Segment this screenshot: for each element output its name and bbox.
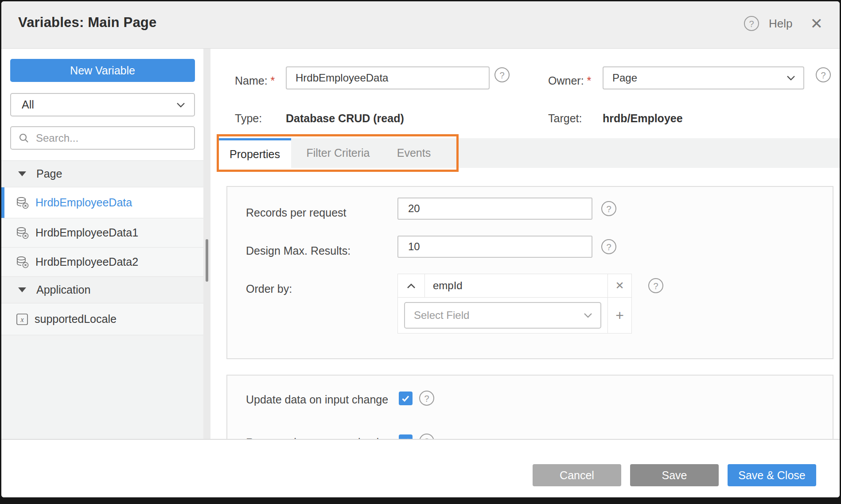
select-field-wrap: Select Field — [398, 298, 607, 333]
records-per-request-help-icon[interactable] — [601, 201, 616, 216]
design-max-results-input[interactable] — [397, 236, 592, 258]
owner-help-icon[interactable] — [816, 67, 831, 82]
tab-properties[interactable]: Properties — [218, 138, 291, 168]
tree-item-hrdbemployeedata[interactable]: HrdbEmployeeData — [1, 187, 203, 218]
sidebar-empty-area — [1, 335, 203, 440]
design-max-results-label: Design Max. Results: — [246, 244, 350, 257]
new-variable-button[interactable]: New Variable — [10, 59, 195, 82]
select-field-placeholder: Select Field — [414, 309, 584, 322]
cancel-button[interactable]: Cancel — [533, 464, 621, 486]
order-by-row: empId — [398, 274, 631, 298]
save-button[interactable]: Save — [630, 464, 719, 486]
order-by-label: Order by: — [246, 283, 292, 295]
save-and-close-button[interactable]: Save & Close — [728, 464, 816, 486]
tree-item-label: HrdbEmployeeData2 — [35, 256, 138, 268]
dialog-title: Variables: Main Page — [18, 15, 156, 31]
tree-item-supportedlocale[interactable]: x supportedLocale — [1, 303, 203, 335]
header-actions: Help ✕ — [744, 16, 823, 31]
tree-item-label: HrdbEmployeeData — [35, 196, 132, 209]
type-label: Type: — [235, 112, 262, 125]
tree-item-hrdbemployeedata2[interactable]: HrdbEmployeeData2 — [1, 247, 203, 276]
svg-text:x: x — [20, 315, 23, 323]
records-per-request-input[interactable] — [397, 198, 592, 220]
check-icon — [401, 395, 410, 402]
owner-select[interactable]: Page — [603, 66, 804, 89]
tab-events[interactable]: Events — [385, 138, 443, 168]
help-question-icon[interactable] — [744, 16, 759, 31]
search-icon — [18, 132, 30, 144]
owner-value: Page — [612, 72, 786, 84]
records-per-request-label: Records per request — [246, 206, 347, 219]
tab-strip: Properties Filter Criteria Events — [218, 138, 840, 168]
remove-field-button[interactable] — [607, 274, 631, 297]
data-options-panel: Update data on input change Request data… — [226, 375, 833, 439]
tree-group-page[interactable]: Page — [1, 160, 203, 187]
collapse-triangle-icon — [18, 287, 26, 292]
database-crud-icon — [16, 256, 29, 269]
search-input[interactable] — [35, 132, 194, 145]
order-by-control: empId Select Field — [397, 274, 632, 333]
update-on-input-change-label: Update data on input change — [246, 393, 388, 406]
help-link[interactable]: Help — [769, 17, 792, 31]
variable-filter-value: All — [22, 98, 176, 111]
sidebar-scrollbar-track[interactable] — [203, 49, 210, 439]
chevron-down-icon — [786, 75, 795, 81]
variable-icon: x — [16, 313, 28, 326]
tree-group-label: Application — [36, 283, 90, 296]
close-icon[interactable]: ✕ — [810, 16, 823, 31]
collapse-triangle-icon — [18, 171, 26, 176]
variable-detail-panel: Name: Owner: Page Type: Database CRUD (r… — [210, 49, 840, 439]
tab-filter-criteria[interactable]: Filter Criteria — [291, 138, 385, 168]
select-field-dropdown[interactable]: Select Field — [404, 302, 601, 329]
chevron-down-icon — [176, 102, 185, 108]
target-label: Target: — [548, 112, 582, 125]
target-value: hrdb/Employee — [603, 112, 683, 125]
request-on-page-load-help-icon[interactable] — [419, 434, 434, 439]
variables-dialog: Variables: Main Page Help ✕ New Variable… — [1, 1, 840, 497]
name-input[interactable] — [286, 66, 490, 89]
request-on-page-load-checkbox[interactable] — [399, 434, 413, 439]
variable-filter-select[interactable]: All — [10, 93, 195, 116]
dialog-header: Variables: Main Page Help ✕ — [1, 1, 840, 49]
tree-item-label: supportedLocale — [35, 313, 117, 326]
order-by-add-row: Select Field — [398, 298, 631, 333]
chevron-down-icon — [584, 312, 592, 318]
database-crud-icon — [16, 226, 29, 240]
database-crud-icon — [16, 196, 29, 209]
search-box[interactable] — [10, 126, 195, 150]
order-by-help-icon[interactable] — [648, 278, 663, 293]
name-label: Name: — [235, 74, 275, 87]
design-max-results-help-icon[interactable] — [601, 239, 616, 254]
tree-item-label: HrdbEmployeeData1 — [35, 226, 138, 239]
variables-sidebar: New Variable All Page — [1, 49, 203, 439]
dialog-footer: Cancel Save Save & Close — [1, 439, 840, 497]
update-on-input-change-help-icon[interactable] — [419, 391, 434, 406]
add-field-button[interactable] — [607, 298, 631, 333]
screen: Variables: Main Page Help ✕ New Variable… — [0, 0, 841, 504]
request-settings-panel: Records per request Design Max. Results:… — [226, 186, 833, 359]
type-value: Database CRUD (read) — [286, 112, 404, 125]
update-on-input-change-checkbox[interactable] — [399, 392, 413, 405]
sidebar-scrollbar-thumb[interactable] — [206, 239, 208, 282]
variables-tree: Page HrdbEmployeeData — [1, 160, 203, 440]
tree-item-hrdbemployeedata1[interactable]: HrdbEmployeeData1 — [1, 218, 203, 247]
chevron-up-icon — [407, 283, 416, 289]
order-by-field: empId — [425, 274, 607, 297]
sort-direction-button[interactable] — [398, 274, 425, 297]
tree-group-application[interactable]: Application — [1, 276, 203, 303]
name-help-icon[interactable] — [494, 67, 510, 82]
tree-group-label: Page — [36, 167, 62, 180]
owner-label: Owner: — [548, 74, 591, 87]
